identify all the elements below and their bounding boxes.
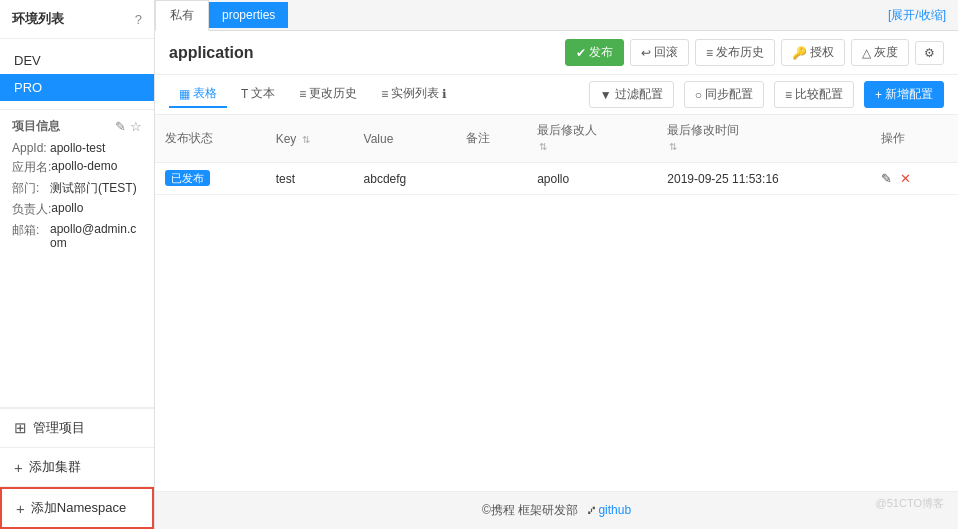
sidebar-header: 环境列表 ? — [0, 0, 154, 39]
authorize-icon: 🔑 — [792, 46, 807, 60]
history-label: 发布历史 — [716, 44, 764, 61]
add-cluster-item[interactable]: + 添加集群 — [0, 448, 154, 487]
tab-text[interactable]: T 文本 — [231, 81, 285, 108]
col-status: 发布状态 — [155, 115, 266, 163]
add-namespace-label: 添加Namespace — [31, 499, 126, 517]
sync-icon: ○ — [695, 88, 702, 102]
rollback-icon: ↩ — [641, 46, 651, 60]
watermark: @51CTO博客 — [876, 496, 944, 511]
table-row: 已发布 test abcdefg apollo 2019-09-25 11:53… — [155, 163, 958, 195]
add-namespace-icon: + — [16, 500, 25, 517]
table-header-row: 发布状态 Key ⇅ Value 备注 最后修改人 ⇅ 最后修改时间 ⇅ — [155, 115, 958, 163]
star-icon[interactable]: ☆ — [130, 119, 142, 134]
tab-private[interactable]: 私有 — [155, 0, 209, 31]
footer-brand: ©携程 框架研发部 — [482, 503, 578, 517]
manage-project-item[interactable]: ⊞ 管理项目 — [0, 409, 154, 448]
expand-collapse-btn[interactable]: [展开/收缩] — [876, 1, 958, 30]
gear-button[interactable]: ⚙ — [915, 41, 944, 65]
sync-config-button[interactable]: ○ 同步配置 — [684, 81, 764, 108]
gray-button[interactable]: △ 灰度 — [851, 39, 909, 66]
text-tab-label: 文本 — [251, 85, 275, 102]
instances-tab-icon: ≡ — [381, 87, 388, 101]
tab-instances[interactable]: ≡ 实例列表 ℹ — [371, 81, 457, 108]
compare-config-button[interactable]: ≡ 比较配置 — [774, 81, 854, 108]
row-value: abcdefg — [354, 163, 456, 195]
add-namespace-item[interactable]: + 添加Namespace — [0, 487, 154, 529]
tab-table[interactable]: ▦ 表格 — [169, 81, 227, 108]
col-actions: 操作 — [871, 115, 958, 163]
owner-value: apollo — [51, 201, 83, 218]
key-sort-icon[interactable]: ⇅ — [302, 134, 310, 145]
history-icon: ≡ — [706, 46, 713, 60]
env-item-pro[interactable]: PRO — [0, 74, 154, 101]
edit-row-icon[interactable]: ✎ — [881, 171, 892, 186]
github-label[interactable]: github — [598, 503, 631, 517]
publish-label: 发布 — [589, 44, 613, 61]
compare-label: 比较配置 — [795, 86, 843, 103]
authorize-label: 授权 — [810, 44, 834, 61]
status-badge: 已发布 — [165, 170, 210, 186]
row-actions: ✎ ✕ — [871, 163, 958, 195]
sidebar-title: 环境列表 — [12, 10, 64, 28]
main-content: 私有 properties [展开/收缩] application ✔ 发布 ↩… — [155, 0, 958, 529]
history-button[interactable]: ≡ 发布历史 — [695, 39, 775, 66]
row-modified-time: 2019-09-25 11:53:16 — [657, 163, 871, 195]
filter-icon: ▼ — [600, 88, 612, 102]
row-key: test — [266, 163, 354, 195]
rollback-label: 回滚 — [654, 44, 678, 61]
app-name: application — [169, 44, 559, 62]
filter-label: 过滤配置 — [615, 86, 663, 103]
env-list: DEV PRO — [0, 39, 154, 110]
sync-label: 同步配置 — [705, 86, 753, 103]
sidebar-header-icons: ? — [135, 12, 142, 27]
add-label: 新增配置 — [885, 86, 933, 103]
appid-label: AppId: — [12, 141, 50, 155]
instances-tab-label: 实例列表 — [391, 85, 439, 102]
add-cluster-label: 添加集群 — [29, 458, 81, 476]
edit-icon[interactable]: ✎ — [115, 119, 126, 134]
publish-button[interactable]: ✔ 发布 — [565, 39, 624, 66]
manage-project-label: 管理项目 — [33, 419, 85, 437]
filter-config-button[interactable]: ▼ 过滤配置 — [589, 81, 674, 108]
sidebar-bottom: ⊞ 管理项目 + 添加集群 + 添加Namespace — [0, 408, 154, 529]
help-icon[interactable]: ? — [135, 12, 142, 27]
owner-label: 负责人: — [12, 201, 51, 218]
project-info-header: 项目信息 ✎ ☆ — [12, 118, 142, 135]
project-info-appid: AppId: apollo-test — [12, 141, 142, 155]
sidebar: 环境列表 ? DEV PRO 项目信息 ✎ ☆ AppId: apollo-te… — [0, 0, 155, 529]
sub-tabs-bar: ▦ 表格 T 文本 ≡ 更改历史 ≡ 实例列表 ℹ ▼ 过滤配置 ○ 同步配置 — [155, 75, 958, 115]
dept-label: 部门: — [12, 180, 50, 197]
top-tabs-bar: 私有 properties [展开/收缩] — [155, 0, 958, 31]
gear-icon: ⚙ — [924, 46, 935, 60]
project-info-dept: 部门: 测试部门(TEST) — [12, 180, 142, 197]
env-item-dev[interactable]: DEV — [0, 47, 154, 74]
compare-icon: ≡ — [785, 88, 792, 102]
table-tab-label: 表格 — [193, 85, 217, 102]
time-sort-icon[interactable]: ⇅ — [669, 141, 677, 152]
email-label: 邮箱: — [12, 222, 50, 250]
rollback-button[interactable]: ↩ 回滚 — [630, 39, 689, 66]
delete-row-icon[interactable]: ✕ — [900, 171, 911, 186]
appid-value: apollo-test — [50, 141, 105, 155]
appname-label: 应用名: — [12, 159, 51, 176]
project-info-title: 项目信息 — [12, 118, 60, 135]
tab-history[interactable]: ≡ 更改历史 — [289, 81, 367, 108]
grid-icon: ⊞ — [14, 419, 27, 437]
col-value: Value — [354, 115, 456, 163]
config-table: 发布状态 Key ⇅ Value 备注 最后修改人 ⇅ 最后修改时间 ⇅ — [155, 115, 958, 195]
dept-value: 测试部门(TEST) — [50, 180, 137, 197]
config-table-container: 发布状态 Key ⇅ Value 备注 最后修改人 ⇅ 最后修改时间 ⇅ — [155, 115, 958, 491]
text-tab-icon: T — [241, 87, 248, 101]
app-header: application ✔ 发布 ↩ 回滚 ≡ 发布历史 🔑 授权 △ 灰度 ⚙ — [155, 31, 958, 75]
sub-actions: ▼ 过滤配置 ○ 同步配置 ≡ 比较配置 + 新增配置 — [583, 81, 944, 108]
github-icon: ⑇ — [588, 503, 595, 517]
modifier-sort-icon[interactable]: ⇅ — [539, 141, 547, 152]
history-tab-icon: ≡ — [299, 87, 306, 101]
instances-info-icon: ℹ — [442, 87, 447, 101]
footer: ©携程 框架研发部 ⑇ github @51CTO博客 — [155, 491, 958, 529]
tab-properties[interactable]: properties — [209, 2, 288, 28]
add-config-button[interactable]: + 新增配置 — [864, 81, 944, 108]
authorize-button[interactable]: 🔑 授权 — [781, 39, 845, 66]
gray-icon: △ — [862, 46, 871, 60]
gray-label: 灰度 — [874, 44, 898, 61]
